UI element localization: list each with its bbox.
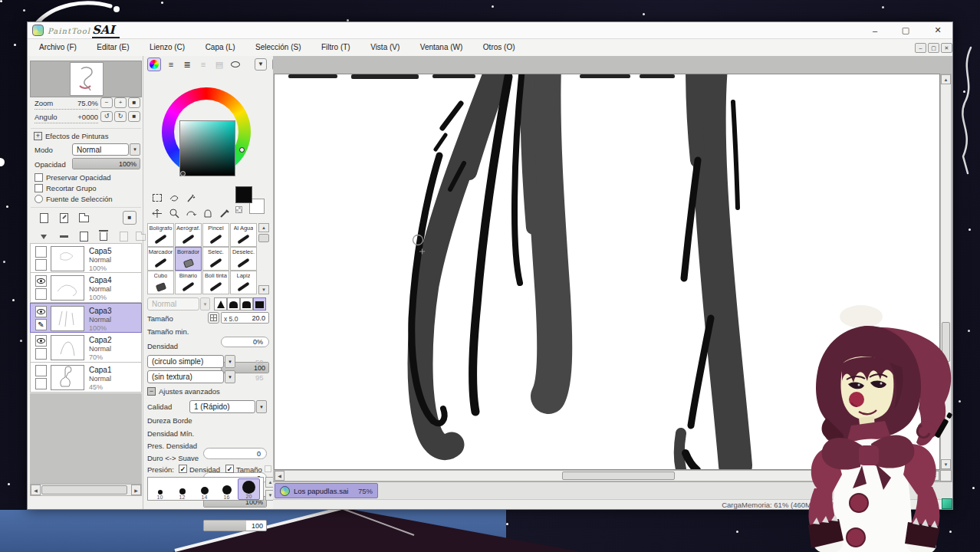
layer-opacity-slider[interactable]: 100%: [72, 158, 140, 169]
layer-visibility-checkbox[interactable]: [35, 306, 47, 317]
layer-row-capa1[interactable]: Capa1 Normal 45%: [30, 363, 142, 393]
collapse-icon[interactable]: −: [147, 387, 156, 396]
size-slider[interactable]: x 5.0 20.0: [221, 312, 269, 324]
window-minimize-button[interactable]: –: [866, 24, 884, 37]
hard-soft-slider[interactable]: 100: [203, 520, 267, 531]
pressure-size-checkbox[interactable]: ✓: [225, 465, 234, 473]
tools-scroll-down-icon[interactable]: ▼: [258, 285, 269, 294]
lasso-tool[interactable]: [166, 191, 181, 205]
magic-wand-tool[interactable]: [183, 191, 198, 205]
clear-layer-button[interactable]: [75, 228, 92, 244]
menu-capa[interactable]: Capa (L): [197, 41, 244, 58]
menu-lienzo[interactable]: Lienzo (C): [141, 41, 193, 58]
merge-down-button[interactable]: [55, 228, 72, 244]
new-folder-button[interactable]: [75, 210, 92, 225]
clip-group-checkbox[interactable]: [35, 184, 43, 192]
canvas-scroll-up-icon[interactable]: ▲: [941, 74, 951, 84]
brush-tip-square-selected[interactable]: [253, 297, 266, 310]
size-unit-button[interactable]: [208, 312, 219, 324]
scroll-right-icon[interactable]: ▶: [131, 485, 141, 495]
scroll-left-icon[interactable]: ◀: [31, 485, 41, 495]
transfer-down-button[interactable]: [35, 228, 52, 244]
rotate-cw-button[interactable]: ↻: [114, 111, 127, 122]
quality-dropdown[interactable]: ▼: [256, 400, 267, 413]
size-preset-12[interactable]: 12: [171, 478, 193, 500]
menu-otros[interactable]: Otros (O): [475, 41, 524, 58]
layers-horizontal-scrollbar[interactable]: ◀ ▶: [30, 484, 142, 496]
min-size-field[interactable]: 0%: [221, 337, 269, 347]
tool-deselec[interactable]: Deselec.: [230, 247, 257, 271]
layer-visibility-checkbox[interactable]: [35, 365, 47, 376]
layer-row-capa2[interactable]: Capa2 Normal 70%: [30, 333, 142, 363]
saturation-value-square[interactable]: [179, 120, 235, 176]
rgb-sliders-tab[interactable]: ≡: [164, 58, 178, 71]
menu-filtro[interactable]: Filtro (T): [313, 41, 359, 58]
size-preset-16[interactable]: 16: [215, 478, 238, 500]
size-preset-10[interactable]: 10: [149, 478, 171, 500]
rotate-ccw-button[interactable]: ↺: [100, 111, 113, 122]
scrollbar-thumb[interactable]: [41, 485, 127, 495]
toolbar-menu-dropdown[interactable]: ▼: [255, 58, 267, 71]
quality-combo[interactable]: 1 (Rápido): [189, 400, 255, 413]
document-tab[interactable]: Los papudlas.sai 75%: [275, 483, 378, 498]
layer-visibility-checkbox[interactable]: [35, 275, 47, 287]
navigator-preview[interactable]: [30, 61, 142, 97]
rotate-canvas-tool[interactable]: [183, 206, 198, 220]
pressure-density-checkbox[interactable]: ✓: [179, 465, 187, 473]
swatches-tab[interactable]: [229, 58, 242, 71]
layer-mode-combo[interactable]: Normal: [72, 143, 129, 156]
eyedropper-tool[interactable]: [217, 206, 232, 220]
angle-reset-button[interactable]: ■: [128, 111, 140, 122]
brush-shape-dropdown[interactable]: ▼: [225, 355, 235, 368]
preserve-opacity-checkbox[interactable]: [35, 173, 43, 182]
zoom-reset-button[interactable]: ■: [128, 97, 140, 108]
hand-tool[interactable]: [200, 206, 215, 220]
tool-marcador[interactable]: Marcador: [147, 247, 174, 271]
new-linework-layer-button[interactable]: [55, 210, 72, 225]
brush-tip-dome[interactable]: [227, 297, 240, 310]
layer-edit-checkbox[interactable]: [35, 348, 47, 360]
color-wheel-tab[interactable]: [147, 58, 161, 71]
size-preset-20-selected[interactable]: 20: [238, 478, 260, 500]
tool-binario[interactable]: Binario: [175, 271, 202, 294]
menu-archivo[interactable]: Archivo (F): [31, 41, 85, 58]
zoom-tool[interactable]: [166, 206, 181, 220]
tool-boligrafo[interactable]: Bolígrafo: [147, 223, 174, 247]
window-maximize-button[interactable]: ▢: [896, 24, 915, 37]
canvas-hscrollbar-thumb[interactable]: [562, 472, 675, 480]
size-preset-14[interactable]: 14: [193, 478, 215, 500]
rect-select-tool[interactable]: [150, 191, 164, 205]
navigator-angle-slider[interactable]: [35, 123, 98, 123]
primary-color-swatch[interactable]: [235, 186, 252, 203]
zoom-in-button[interactable]: +: [114, 97, 127, 108]
window-close-button[interactable]: ✕: [929, 24, 947, 37]
title-bar[interactable]: PaintTool SAI – ▢ ✕: [28, 22, 952, 39]
tools-scrollbar-thumb[interactable]: [258, 234, 269, 242]
layer-edit-checkbox[interactable]: [35, 259, 47, 271]
tool-pincel[interactable]: Pincel: [202, 223, 229, 247]
swap-colors-icon[interactable]: [235, 206, 242, 213]
tool-borrador-selected[interactable]: Borrador: [175, 247, 202, 271]
brush-tip-round[interactable]: [240, 297, 253, 310]
menu-ventana[interactable]: Ventana (W): [412, 41, 472, 58]
new-layer-button[interactable]: [35, 210, 52, 225]
tool-cubo[interactable]: Cubo: [147, 271, 174, 294]
layer-row-capa5[interactable]: Capa5 Normal 100%: [30, 243, 142, 273]
tools-scroll-up-icon[interactable]: ▲: [258, 223, 269, 232]
layer-edit-checkbox[interactable]: ✎: [35, 319, 47, 330]
hsv-sliders-tab[interactable]: ≣: [180, 58, 194, 71]
selection-source-radio[interactable]: [35, 195, 43, 203]
edge-hardness-field[interactable]: 0: [203, 448, 267, 459]
delete-layer-button[interactable]: [95, 228, 112, 244]
sv-cursor[interactable]: [180, 171, 186, 176]
layer-row-capa4[interactable]: Capa4 Normal 100%: [30, 273, 142, 303]
layer-edit-checkbox[interactable]: [35, 378, 47, 389]
tool-selec[interactable]: Selec.: [202, 247, 229, 271]
navigator-zoom-slider[interactable]: [35, 109, 98, 110]
doc-close-button[interactable]: ✕: [941, 43, 952, 53]
tool-lapiz[interactable]: Lapiz: [230, 271, 257, 294]
layer-edit-checkbox[interactable]: [35, 288, 47, 300]
brush-texture-combo[interactable]: (sin textura): [147, 370, 224, 383]
layer-row-capa3-selected[interactable]: ✎ Capa3 Normal 100%: [30, 303, 142, 333]
layer-mask-button[interactable]: ■: [123, 211, 136, 225]
